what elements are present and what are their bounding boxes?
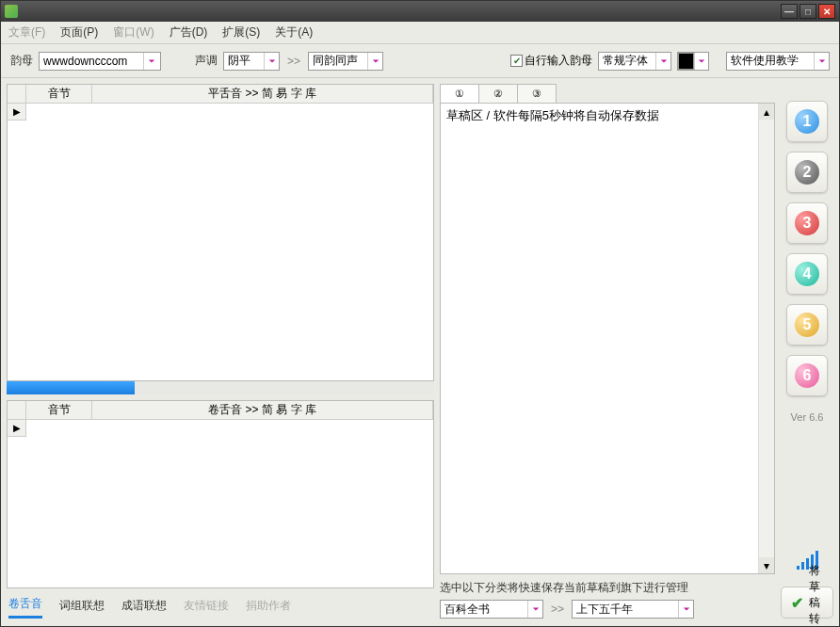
category2-combo[interactable]: 上下五千年 xyxy=(572,600,694,619)
bottom-grid-panel: 音节 卷舌音 >> 简 易 字 库 ▶ xyxy=(7,400,434,588)
toolbar: 韵母 声调 阴平 >> 同韵同声 ✔ 自行输入韵母 常规字体 xyxy=(1,44,839,78)
scroll-up-icon[interactable]: ▴ xyxy=(759,104,774,120)
bottom-grid-header: 音节 卷舌音 >> 简 易 字 库 xyxy=(8,401,433,420)
yunmu-input[interactable] xyxy=(40,53,143,70)
close-button[interactable]: ✕ xyxy=(818,4,835,19)
top-grid-body[interactable]: ▶ xyxy=(8,104,433,380)
save-draft-label: 将草稿转存 xyxy=(809,563,823,627)
menubar: 文章(F) 页面(P) 窗口(W) 广告(D) 扩展(S) 关于(A) xyxy=(1,22,839,44)
tongyun-value: 同韵同声 xyxy=(309,53,367,69)
separator-arrows: >> xyxy=(549,603,566,616)
minimize-button[interactable]: — xyxy=(781,4,798,19)
category-hint: 选中以下分类将快速保存当前草稿到旗下进行管理 xyxy=(440,574,775,600)
row-selector-header[interactable] xyxy=(8,401,26,419)
tab-cizhu[interactable]: 词组联想 xyxy=(59,598,105,618)
top-grid-header: 音节 平舌音 >> 简 易 字 库 xyxy=(8,85,433,104)
draft-column: ① ② ③ ▴ ▾ 选中以下分类将快速保存当前草稿到旗下进行管理 百科全书 xyxy=(440,84,775,619)
color-dropdown-icon[interactable] xyxy=(694,53,708,70)
tab-donate[interactable]: 捐助作者 xyxy=(246,598,291,618)
menu-extend[interactable]: 扩展(S) xyxy=(222,24,260,40)
menu-window[interactable]: 窗口(W) xyxy=(113,24,153,40)
bottom-tabs: 卷舌音 词组联想 成语联想 友情链接 捐助作者 xyxy=(7,588,434,619)
menu-article[interactable]: 文章(F) xyxy=(8,24,45,40)
col-yinjie[interactable]: 音节 xyxy=(26,401,92,419)
category1-dropdown-icon[interactable] xyxy=(527,601,542,618)
preset-3-button[interactable]: 3 xyxy=(786,202,828,244)
tutorial-dropdown-icon[interactable] xyxy=(814,53,829,70)
tab-chengyu[interactable]: 成语联想 xyxy=(121,598,167,618)
draft-tabs: ① ② ③ xyxy=(440,84,775,103)
preset-4-button[interactable]: 4 xyxy=(786,253,828,295)
shengdiao-dropdown-icon[interactable] xyxy=(264,53,279,70)
menu-about[interactable]: 关于(A) xyxy=(275,24,313,40)
tongyun-dropdown-icon[interactable] xyxy=(367,53,382,70)
titlebar[interactable]: — □ ✕ xyxy=(1,1,839,22)
window-controls: — □ ✕ xyxy=(781,4,835,19)
preset-6-button[interactable]: 6 xyxy=(786,355,828,396)
left-column: 音节 平舌音 >> 简 易 字 库 ▶ 音节 卷舌音 >> 简 易 字 库 ▶ xyxy=(7,84,434,619)
draft-tab-1[interactable]: ① xyxy=(440,84,479,103)
preset-2-button[interactable]: 2 xyxy=(786,152,828,193)
tab-links[interactable]: 友情链接 xyxy=(184,598,229,618)
self-input-checkbox[interactable]: ✔ 自行输入韵母 xyxy=(510,53,592,69)
category2-value: 上下五千年 xyxy=(573,602,678,618)
font-combo[interactable]: 常规字体 xyxy=(598,52,671,71)
category2-dropdown-icon[interactable] xyxy=(678,601,693,618)
category-row: 百科全书 >> 上下五千年 xyxy=(440,600,775,619)
progress-bar[interactable] xyxy=(7,381,434,394)
category1-combo[interactable]: 百科全书 xyxy=(440,600,543,619)
yunmu-dropdown-icon[interactable] xyxy=(143,53,158,70)
bottom-grid-body[interactable]: ▶ xyxy=(8,420,433,587)
tutorial-value: 软件使用教学 xyxy=(727,53,814,69)
row-indicator-icon[interactable]: ▶ xyxy=(8,420,26,437)
font-dropdown-icon[interactable] xyxy=(655,53,670,70)
app-icon xyxy=(5,5,18,18)
app-window: — □ ✕ 文章(F) 页面(P) 窗口(W) 广告(D) 扩展(S) 关于(A… xyxy=(0,0,840,627)
yunmu-combo[interactable] xyxy=(39,52,161,71)
col-juanshe[interactable]: 卷舌音 >> 简 易 字 库 xyxy=(92,401,433,419)
color-swatch xyxy=(678,53,694,70)
preset-5-button[interactable]: 5 xyxy=(786,304,828,346)
tongyun-combo[interactable]: 同韵同声 xyxy=(308,52,383,71)
top-grid-panel: 音节 平舌音 >> 简 易 字 库 ▶ xyxy=(7,84,434,381)
menu-ads[interactable]: 广告(D) xyxy=(170,24,208,40)
draft-tab-3[interactable]: ③ xyxy=(517,84,557,103)
category1-value: 百科全书 xyxy=(441,602,527,618)
preset-1-button[interactable]: 1 xyxy=(786,101,828,142)
draft-tab-2[interactable]: ② xyxy=(478,84,518,103)
right-column: ① ② ③ ▴ ▾ 选中以下分类将快速保存当前草稿到旗下进行管理 百科全书 xyxy=(440,84,833,619)
shengdiao-combo[interactable]: 阴平 xyxy=(223,52,280,71)
row-selector-header[interactable] xyxy=(8,85,26,103)
save-draft-button[interactable]: ✔ 将草稿转存 xyxy=(781,587,833,619)
shengdiao-value: 阴平 xyxy=(224,53,264,69)
check-icon: ✔ xyxy=(791,594,803,612)
maximize-button[interactable]: □ xyxy=(800,4,816,19)
progress-fill xyxy=(7,381,135,394)
shengdiao-label: 声调 xyxy=(195,53,218,69)
color-picker[interactable] xyxy=(677,52,709,71)
separator-arrows: >> xyxy=(285,55,302,68)
scroll-down-icon[interactable]: ▾ xyxy=(759,557,774,573)
draft-textarea[interactable] xyxy=(441,104,758,573)
draft-scrollbar[interactable]: ▴ ▾ xyxy=(758,104,774,573)
row-indicator-icon[interactable]: ▶ xyxy=(8,104,26,121)
col-pingshe[interactable]: 平舌音 >> 简 易 字 库 xyxy=(92,85,433,103)
self-input-label: 自行输入韵母 xyxy=(525,53,592,69)
version-label: Ver 6.6 xyxy=(791,411,824,423)
body-area: 音节 平舌音 >> 简 易 字 库 ▶ 音节 卷舌音 >> 简 易 字 库 ▶ xyxy=(1,78,839,626)
draft-area: ▴ ▾ xyxy=(440,103,775,574)
checkbox-icon: ✔ xyxy=(510,55,523,67)
side-column: 1 2 3 4 5 6 Ver 6.6 ✔ 将草稿转存 xyxy=(781,84,833,619)
col-yinjie[interactable]: 音节 xyxy=(26,85,92,103)
font-value: 常规字体 xyxy=(599,53,655,69)
tab-juanshe[interactable]: 卷舌音 xyxy=(8,596,42,619)
yunmu-label: 韵母 xyxy=(10,53,33,69)
menu-page[interactable]: 页面(P) xyxy=(60,24,98,40)
tutorial-combo[interactable]: 软件使用教学 xyxy=(726,52,830,71)
